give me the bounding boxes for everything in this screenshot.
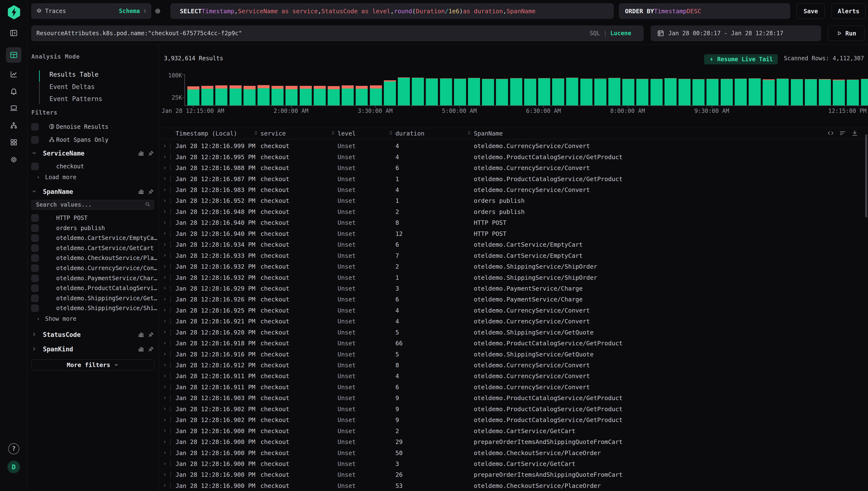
row-expand-chevron[interactable] [162,373,167,380]
run-button[interactable]: Run [828,26,864,41]
alerts-button[interactable]: Alerts [832,3,866,19]
table-row[interactable]: Jan 28 12:28:16.911 PM checkout Unset 6 … [159,382,868,393]
row-expand-chevron[interactable] [162,208,167,215]
table-row[interactable]: Jan 28 12:28:16.933 PM checkout Unset 7 … [159,250,868,261]
table-row[interactable]: Jan 28 12:28:16.900 PM checkout Unset 3 … [159,458,868,469]
query-settings-gear-icon[interactable] [154,7,161,15]
row-expand-chevron[interactable] [162,143,167,149]
checkbox[interactable] [31,234,38,242]
row-expand-chevron[interactable] [162,296,167,303]
table-row[interactable]: Jan 28 12:28:16.988 PM checkout Unset 6 … [159,163,868,173]
table-row[interactable]: Jan 28 12:28:16.926 PM checkout Unset 6 … [159,294,868,305]
row-expand-chevron[interactable] [162,165,167,171]
row-expand-chevron[interactable] [162,154,167,161]
date-range-picker[interactable]: Jan 28 00:28:17 - Jan 28 12:28:17 [651,26,821,41]
row-expand-chevron[interactable] [162,274,167,281]
show-more-link[interactable]: Show more [36,315,77,322]
table-row[interactable]: Jan 28 12:28:16.900 PM checkout Unset 26… [159,469,868,480]
drag-handle-icon[interactable] [253,130,259,136]
table-tool-code[interactable] [827,129,834,138]
language-toggle[interactable]: SQL | Lucene [590,30,631,37]
schema-mode-label[interactable]: Schema [119,8,140,15]
table-row[interactable]: Jan 28 12:28:16.902 PM checkout Unset 9 … [159,414,868,425]
load-more-link[interactable]: Load more [36,174,77,181]
table-row[interactable]: Jan 28 12:28:16.900 PM checkout Unset 50… [159,447,868,458]
table-row[interactable]: Jan 28 12:28:16.934 PM checkout Unset 6 … [159,239,868,250]
chart-bars-icon[interactable] [138,331,144,338]
table-row[interactable]: Jan 28 12:28:16.916 PM checkout Unset 5 … [159,349,868,359]
scrollbar-thumb[interactable] [865,134,867,218]
pin-icon[interactable] [148,189,154,195]
mode-event-patterns[interactable]: Event Patterns [50,94,102,104]
table-tool-download[interactable] [851,129,858,138]
lang-sql-option[interactable]: SQL [590,30,600,37]
table-row[interactable]: Jan 28 12:28:16.921 PM checkout Unset 4 … [159,316,868,327]
app-logo[interactable] [7,5,21,19]
chart-bars-icon[interactable] [138,346,144,352]
pin-icon[interactable] [148,346,154,352]
table-row[interactable]: Jan 28 12:28:16.940 PM checkout Unset 12… [159,228,868,239]
rail-item-dashboards[interactable] [6,135,22,150]
save-button[interactable]: Save [797,3,825,19]
checkbox[interactable] [31,275,38,282]
table-row[interactable]: Jan 28 12:28:16.925 PM checkout Unset 4 … [159,305,868,316]
checkbox[interactable] [31,225,38,232]
row-expand-chevron[interactable] [162,230,167,237]
checkbox[interactable] [31,163,38,170]
filter-group-StatusCode[interactable]: StatusCode [31,330,154,340]
row-expand-chevron[interactable] [162,176,167,182]
rail-item-sessions[interactable] [6,100,22,116]
checkbox[interactable] [31,123,38,131]
row-expand-chevron[interactable] [162,340,167,347]
row-expand-chevron[interactable] [162,428,167,435]
column-header-timestamp-local-[interactable]: Timestamp (Local) [176,130,260,137]
column-header-level[interactable]: level [337,130,395,137]
row-expand-chevron[interactable] [162,450,167,457]
table-row[interactable]: Jan 28 12:28:16.948 PM checkout Unset 2 … [159,206,868,217]
help-button[interactable]: ? [8,443,19,454]
row-expand-chevron[interactable] [162,351,167,358]
rail-item-collapse-sidebar[interactable] [6,25,22,41]
column-header-spanname[interactable]: SpanName [474,130,868,137]
checkbox[interactable] [31,244,38,252]
table-row[interactable]: Jan 28 12:28:16.900 PM checkout Unset 29… [159,436,868,447]
table-row[interactable]: Jan 28 12:28:16.902 PM checkout Unset 9 … [159,404,868,414]
row-expand-chevron[interactable] [162,307,167,314]
table-row[interactable]: Jan 28 12:28:16.995 PM checkout Unset 4 … [159,151,868,162]
avatar[interactable]: D [7,461,20,473]
row-expand-chevron[interactable] [162,406,167,413]
table-row[interactable]: Jan 28 12:28:16.900 PM checkout Unset 2 … [159,425,868,436]
drag-handle-icon[interactable] [330,130,336,136]
row-expand-chevron[interactable] [162,329,167,336]
mode-results-table[interactable]: Results Table [50,69,99,80]
table-row[interactable]: Jan 28 12:28:16.903 PM checkout Unset 9 … [159,393,868,403]
table-row[interactable]: Jan 28 12:28:16.918 PM checkout Unset 66… [159,338,868,349]
table-row[interactable]: Jan 28 12:28:16.920 PM checkout Unset 5 … [159,327,868,338]
chart-bars-icon[interactable] [138,189,144,195]
table-row[interactable]: Jan 28 12:28:16.900 PM checkout Unset 53… [159,481,868,491]
row-expand-chevron[interactable] [162,219,167,226]
order-by-input[interactable]: ORDER BY Timestamp DESC [619,3,790,19]
row-expand-chevron[interactable] [162,384,167,391]
filter-search-input[interactable]: Search values... [31,200,154,209]
row-expand-chevron[interactable] [162,186,167,194]
row-expand-chevron[interactable] [162,395,167,402]
row-expand-chevron[interactable] [162,263,167,270]
source-selector[interactable]: Traces Schema [31,3,151,19]
rail-item-alerts[interactable] [6,83,22,99]
table-tool-row-lines[interactable] [839,129,846,138]
sql-select-input[interactable]: SELECT Timestamp, ServiceName as service… [171,3,613,19]
mode-event-deltas[interactable]: Event Deltas [50,82,95,92]
table-row[interactable]: Jan 28 12:28:16.912 PM checkout Unset 8 … [159,360,868,371]
table-row[interactable]: Jan 28 12:28:16.932 PM checkout Unset 2 … [159,261,868,272]
row-expand-chevron[interactable] [162,362,167,369]
column-header-duration[interactable]: duration [395,130,474,137]
checkbox[interactable] [31,295,38,302]
table-row[interactable]: Jan 28 12:28:16.932 PM checkout Unset 1 … [159,272,868,283]
row-expand-chevron[interactable] [162,252,167,259]
table-row[interactable]: Jan 28 12:28:16.999 PM checkout Unset 4 … [159,141,868,151]
more-filters-button[interactable]: More filters [31,359,154,370]
row-expand-chevron[interactable] [162,482,167,489]
rail-item-settings[interactable] [6,152,22,167]
row-expand-chevron[interactable] [162,318,167,325]
